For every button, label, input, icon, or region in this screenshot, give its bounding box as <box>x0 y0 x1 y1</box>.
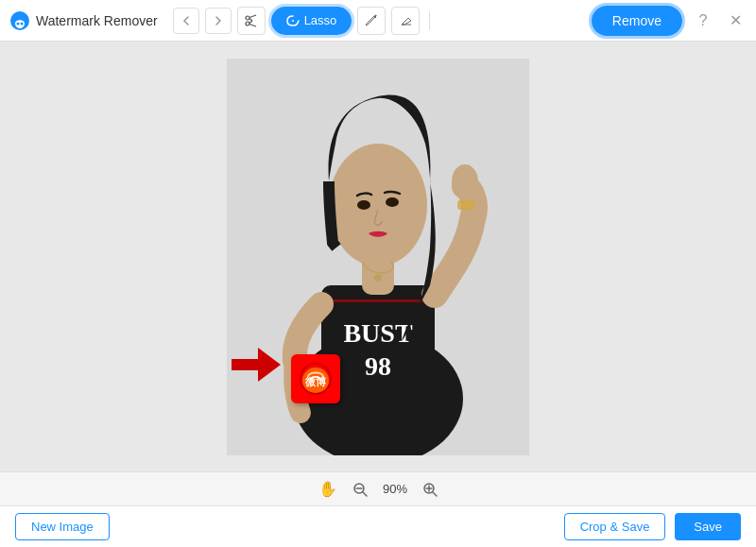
remove-button[interactable]: Remove <box>592 6 682 36</box>
svg-point-23 <box>374 274 382 282</box>
svg-line-5 <box>249 15 256 18</box>
watermark-arrow-indicator <box>232 348 281 382</box>
pen-tool-button[interactable] <box>357 7 386 35</box>
svg-point-1 <box>17 22 20 25</box>
svg-line-6 <box>249 24 256 26</box>
close-button[interactable]: ✕ <box>724 9 747 32</box>
svg-rect-16 <box>326 299 430 302</box>
eraser-tool-button[interactable] <box>391 7 420 35</box>
window-controls: ? ✕ <box>692 9 747 32</box>
svg-point-9 <box>292 20 294 22</box>
svg-point-4 <box>246 22 249 26</box>
canvas-container[interactable]: BUST 98 <box>227 59 529 455</box>
lasso-button[interactable]: Lasso <box>271 7 352 35</box>
svg-text:BUST: BUST <box>343 318 412 348</box>
arrow-head <box>258 348 281 382</box>
svg-rect-18 <box>457 200 474 210</box>
new-image-button[interactable]: New Image <box>15 513 110 540</box>
help-button[interactable]: ? <box>692 9 714 32</box>
main-canvas-area: BUST 98 <box>0 42 756 471</box>
lasso-label: Lasso <box>304 13 337 27</box>
arrow-tail <box>232 359 258 370</box>
toolbar: Lasso Remove <box>173 6 682 36</box>
svg-line-32 <box>433 492 437 496</box>
svg-point-21 <box>357 200 370 210</box>
bottom-bar: New Image Crop & Save Save <box>0 505 756 547</box>
title-bar: Watermark Remover Lasso <box>0 0 756 42</box>
zoom-out-button[interactable] <box>352 482 368 497</box>
hand-tool-icon: ✋ <box>318 480 337 498</box>
app-title: Watermark Remover <box>36 13 158 28</box>
bottom-right-actions: Crop & Save Save <box>564 513 741 540</box>
status-bar: ✋ 90% <box>0 471 756 505</box>
weibo-watermark: 微博 <box>291 354 340 403</box>
forward-button[interactable] <box>205 8 232 34</box>
cut-tool-button[interactable] <box>237 7 266 35</box>
svg-point-2 <box>21 22 24 25</box>
zoom-in-button[interactable] <box>422 482 438 497</box>
toolbar-separator <box>429 11 430 30</box>
svg-text:98: 98 <box>365 351 391 381</box>
app-logo <box>9 10 30 31</box>
photo-display: BUST 98 <box>227 59 529 455</box>
back-button[interactable] <box>173 8 199 34</box>
zoom-value: 90% <box>383 482 407 496</box>
svg-point-17 <box>452 164 478 198</box>
svg-point-3 <box>246 16 249 20</box>
save-button[interactable]: Save <box>675 513 741 540</box>
svg-point-22 <box>386 197 399 207</box>
svg-line-8 <box>249 21 252 24</box>
svg-line-29 <box>363 492 367 496</box>
svg-point-20 <box>329 144 427 266</box>
crop-save-button[interactable]: Crop & Save <box>564 513 666 540</box>
